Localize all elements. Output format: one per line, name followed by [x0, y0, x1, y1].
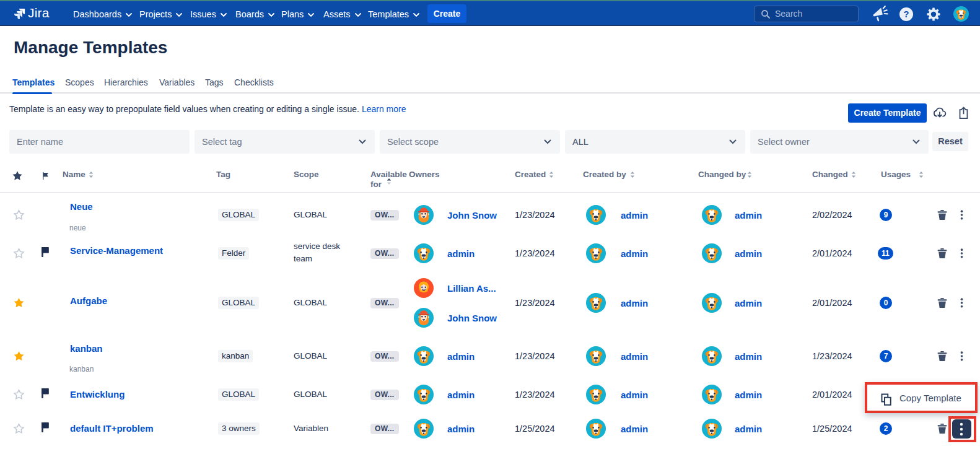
svg-text:?: ?	[904, 9, 909, 19]
